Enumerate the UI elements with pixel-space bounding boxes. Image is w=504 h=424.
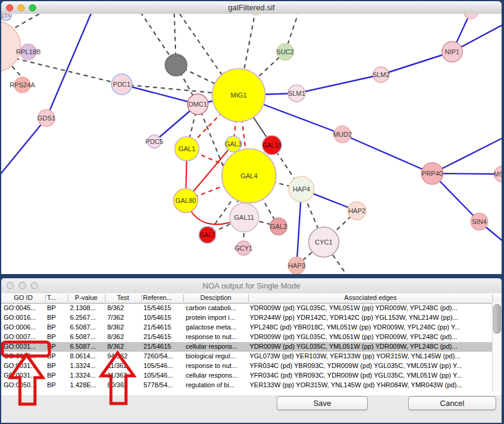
edge	[11, 14, 39, 30]
column-header-t-[interactable]: T...	[45, 294, 69, 301]
table-row[interactable]: GO:0031...BP1.3324...11/362105/546...cel…	[1, 371, 502, 381]
cell-type: BP	[47, 333, 69, 340]
column-header-p-value[interactable]: P-value	[68, 294, 105, 301]
node-label-PRP40: PRP40	[422, 170, 443, 177]
node-label-NIP1: NIP1	[445, 48, 459, 55]
cell-type: BP	[47, 372, 69, 379]
scrollbar-thumb[interactable]	[493, 304, 501, 334]
table-row[interactable]: GO:0016...BP6.2567...7/36210/54615protei…	[1, 313, 502, 323]
cell-type: BP	[47, 323, 69, 331]
screen: galFiltered.sif 17ARPL18BRPS24AGDS1PDC1D…	[0, 0, 504, 424]
cell-test: 8/362	[107, 333, 142, 340]
cell-go-id: GO:0045...	[4, 304, 46, 311]
node-label-GAL10: GAL10	[262, 142, 282, 149]
node-green-sliver[interactable]	[251, 14, 260, 15]
node-label-GCY1: GCY1	[235, 245, 253, 252]
noa-window-titlebar[interactable]: NOA output for Single Mode	[1, 278, 502, 294]
cell-reference: 105/546...	[143, 372, 184, 379]
node-label-HAP4: HAP4	[293, 186, 310, 193]
cell-type: BP	[47, 362, 69, 369]
cell-go-id: GO:0031...	[4, 372, 46, 379]
node-label-MIG1: MIG1	[231, 92, 247, 99]
edge	[1, 118, 46, 175]
edge	[244, 14, 256, 72]
cell-associated-edges: YGL073W (pd) YER103W, YER133W (pp) YOR31…	[250, 352, 491, 360]
cell-go-id: GO:0006...	[4, 323, 46, 331]
cell-associated-edges: YPL248C (pd) YBR018C, YML051W (pp) YDR00…	[250, 323, 491, 331]
table-row[interactable]: GO:0045...BP2.1308...8/36215/54615carbon…	[1, 304, 502, 313]
node-pink-top-right[interactable]	[464, 14, 478, 19]
column-header-test[interactable]: Test	[105, 294, 141, 301]
table-row[interactable]: GO:0050...BP1.428E...80/3625778/54...reg…	[1, 381, 502, 390]
node-label-HAP2: HAP2	[348, 207, 366, 214]
network-window-title: galFiltered.sif	[1, 3, 502, 12]
cell-description: galactose meta...	[186, 323, 248, 331]
cell-reference: 10/54615	[143, 314, 184, 321]
column-header-desciption[interactable]: Desciption	[183, 294, 248, 301]
column-separator[interactable]	[105, 295, 106, 302]
node-label-GAL1: GAL1	[178, 145, 195, 152]
network-window-titlebar[interactable]: galFiltered.sif	[1, 1, 502, 14]
column-header-referen-[interactable]: Referen...	[141, 294, 185, 301]
cell-go-id: GO:0050...	[4, 381, 46, 388]
cell-go-id: GO:0016...	[4, 314, 46, 321]
cell-description: cellular respons...	[186, 372, 248, 379]
network-window: galFiltered.sif 17ARPL18BRPS24AGDS1PDC1D…	[1, 1, 502, 274]
save-button[interactable]: Save	[277, 396, 368, 410]
node-label-RPS24A: RPS24A	[10, 81, 36, 89]
table-header-row: GO IDT...P-valueTestReferen...Desciption…	[1, 293, 502, 304]
cell-test: 8/362	[107, 304, 142, 311]
node-label-SLM1: SLM1	[288, 90, 306, 97]
cell-test: 7/362	[107, 314, 142, 321]
vertical-scrollbar[interactable]	[492, 303, 502, 392]
node-label-GAL7: GAL7	[200, 232, 215, 238]
cell-associated-edges: YFR034C (pd) YBR093C, YDR009W (pd) YGL03…	[250, 372, 491, 379]
cell-test: 8/362	[107, 343, 142, 350]
cell-associated-edges: YFR034C (pd) YBR093C, YDR009W (pd) YGL03…	[250, 362, 491, 369]
node-gray-node[interactable]	[165, 54, 187, 76]
edge	[12, 66, 22, 78]
column-separator[interactable]	[183, 295, 184, 302]
edge	[297, 75, 381, 93]
node-label-PDC1: PDC1	[113, 81, 130, 88]
cell-p-value: 1.3324...	[70, 362, 106, 369]
cell-type: BP	[47, 343, 69, 350]
column-separator[interactable]	[493, 295, 493, 302]
table-row[interactable]: GO:0031...BP1.3324...11/362105/546...res…	[1, 361, 502, 371]
node-label-GAL80: GAL80	[175, 197, 196, 204]
column-separator[interactable]	[141, 295, 142, 302]
network-canvas[interactable]: 17ARPL18BRPS24AGDS1PDC1DMC1MIG1SUC2SLM1S…	[1, 14, 502, 274]
table-row[interactable]: GO:0031...BP6.5087...8/36221/54615cellul…	[1, 342, 502, 352]
column-header-go-id[interactable]: GO ID	[1, 294, 45, 301]
cell-go-id: GO:0007...	[4, 333, 46, 340]
node-label-GAL11: GAL11	[234, 214, 254, 221]
table-row[interactable]: GO:0007...BP6.5087...8/36221/54615respon…	[1, 332, 502, 342]
results-table: GO IDT...P-valueTestReferen...Desciption…	[1, 293, 502, 396]
noa-output-window: NOA output for Single Mode GO IDT...P-va…	[1, 278, 502, 423]
cell-p-value: 8.0614...	[70, 352, 106, 360]
cell-test: 94/362	[107, 352, 142, 360]
column-separator[interactable]	[45, 295, 46, 302]
cell-type: BP	[47, 304, 69, 311]
cell-p-value: 1.428E...	[70, 381, 106, 388]
cell-reference: 105/546...	[143, 362, 184, 369]
node-label-MUD2: MUD2	[333, 131, 351, 138]
cell-description: protein import i...	[186, 314, 248, 321]
cell-go-id: GO:0031...	[4, 362, 46, 369]
node-label-RPL18B: RPL18B	[16, 48, 41, 55]
node-big-left[interactable]	[1, 21, 20, 72]
column-separator[interactable]	[248, 295, 249, 302]
node-label-SLM2: SLM2	[373, 71, 390, 78]
cell-description: response to nut...	[186, 362, 248, 369]
table-row[interactable]: GO:0006...BP6.5087...8/36221/54615galact…	[1, 323, 502, 332]
cell-associated-edges: YER133W (pp) YOR315W, YNL145W (pd) YHR08…	[250, 381, 491, 388]
cancel-button[interactable]: Cancel	[408, 396, 496, 410]
table-row[interactable]: GO:0065...BP8.0614...94/3627260/54...bio…	[1, 352, 502, 361]
cell-p-value: 6.5087...	[70, 333, 106, 340]
cell-associated-edges: YDR009W (pd) YGL035C, YML051W (pp) YDR00…	[250, 333, 491, 340]
cell-reference: 7260/54...	[143, 352, 184, 360]
edge	[122, 84, 198, 104]
column-header-associated-edges[interactable]: Associated edges	[248, 294, 493, 301]
column-separator[interactable]	[68, 295, 68, 302]
cell-reference: 21/54615	[143, 333, 184, 340]
